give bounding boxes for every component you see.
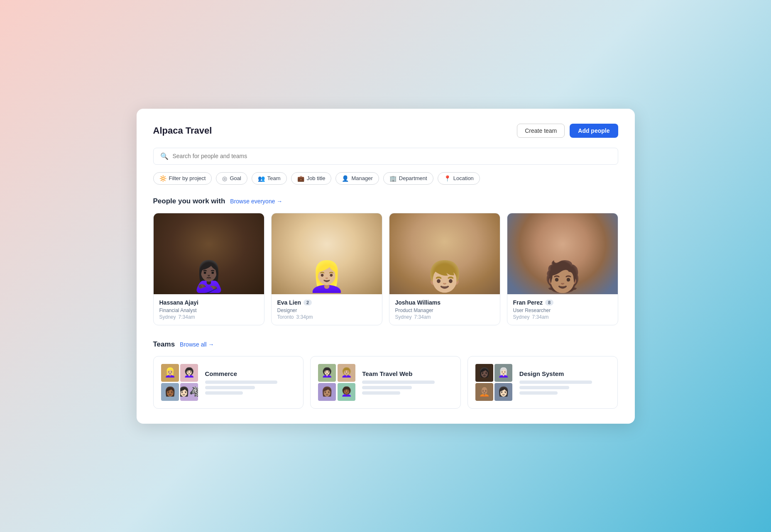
team-avatar: 👩🏻‍🦓	[180, 383, 198, 401]
header-actions: Create team Add people	[517, 124, 618, 138]
team-avatars: 👩🏿👩🏻‍🦳🧑🏽‍🦲👩🏻	[475, 364, 513, 401]
person-role: Product Manager	[395, 307, 494, 313]
chip-location[interactable]: 📍Location	[438, 172, 480, 185]
search-icon: 🔍	[160, 152, 169, 160]
search-input[interactable]	[173, 153, 611, 159]
location-icon: 📍	[444, 175, 451, 182]
chip-job-title[interactable]: 💼Job title	[291, 172, 332, 185]
filter-by-project-label: Filter by project	[169, 175, 206, 181]
person-role: User Researcher	[513, 307, 612, 313]
team-line	[362, 386, 412, 389]
person-name-row: Eva Lien2	[277, 299, 376, 306]
person-role: Financial Analyst	[159, 307, 258, 313]
team-avatar: 👩🏽	[318, 383, 336, 401]
team-avatar: 👩🏼‍🦱	[338, 364, 355, 382]
team-info: Team Travel Web	[362, 370, 453, 395]
person-location: Sydney7:34am	[513, 314, 612, 320]
location-label: Location	[453, 175, 474, 181]
chip-department[interactable]: 🏢Department	[383, 172, 433, 185]
people-section-title: People you work with	[153, 197, 225, 205]
location-name: Sydney	[395, 314, 412, 320]
person-info: Fran Perez8User ResearcherSydney7:34am	[507, 294, 618, 325]
team-avatar: 👩🏻‍🦳	[494, 364, 512, 382]
people-grid: 🙎🏿‍♀️Hassana AjayiFinancial AnalystSydne…	[153, 213, 618, 325]
job-title-label: Job title	[307, 175, 326, 181]
create-team-button[interactable]: Create team	[517, 124, 565, 138]
person-card[interactable]: 🙎🏿‍♀️Hassana AjayiFinancial AnalystSydne…	[153, 213, 264, 325]
team-line	[519, 381, 592, 384]
person-photo: 🧑🏽	[507, 213, 618, 294]
person-location: Toronto3:34pm	[277, 314, 376, 320]
location-name: Sydney	[159, 314, 176, 320]
team-description-lines	[362, 381, 453, 395]
team-avatar: 👱🏼‍♀️	[161, 364, 179, 382]
team-avatars: 👱🏼‍♀️👩🏻‍🦱👩🏾👩🏻‍🦓	[161, 364, 198, 401]
team-name: Team Travel Web	[362, 370, 453, 377]
local-time: 7:34am	[414, 314, 431, 320]
team-line	[362, 391, 400, 395]
team-card[interactable]: 👩🏻‍🦱👩🏼‍🦱👩🏽👩🏾‍🦱Team Travel Web	[310, 356, 461, 409]
person-photo: 🙎🏿‍♀️	[154, 213, 264, 294]
team-line	[519, 391, 558, 395]
team-line	[205, 381, 278, 384]
person-info: Joshua WilliamsProduct ManagerSydney7:34…	[389, 294, 500, 325]
manager-icon: 👤	[342, 175, 349, 182]
person-card[interactable]: 👦🏼Joshua WilliamsProduct ManagerSydney7:…	[389, 213, 500, 325]
person-name: Fran Perez	[513, 299, 543, 306]
local-time: 3:34pm	[296, 314, 313, 320]
teams-section-header: Teams Browse all →	[153, 340, 618, 349]
team-line	[205, 386, 255, 389]
team-avatars: 👩🏻‍🦱👩🏼‍🦱👩🏽👩🏾‍🦱	[318, 364, 355, 401]
chip-manager[interactable]: 👤Manager	[335, 172, 379, 185]
location-name: Toronto	[277, 314, 294, 320]
app-title: Alpaca Travel	[153, 125, 212, 136]
teams-section-title: Teams	[153, 340, 175, 349]
team-avatar: 👩🏾	[161, 383, 179, 401]
main-card: Alpaca Travel Create team Add people 🔍 🔆…	[137, 109, 635, 424]
department-icon: 🏢	[389, 175, 397, 182]
person-role: Designer	[277, 307, 376, 313]
chip-filter-by-project[interactable]: 🔆Filter by project	[153, 172, 212, 185]
filter-by-project-icon: 🔆	[159, 175, 166, 182]
browse-everyone-link[interactable]: Browse everyone →	[230, 198, 282, 205]
local-time: 7:34am	[532, 314, 549, 320]
person-card[interactable]: 🧑🏽Fran Perez8User ResearcherSydney7:34am	[507, 213, 618, 325]
team-icon: 👥	[258, 175, 265, 182]
person-name-row: Fran Perez8	[513, 299, 612, 306]
person-name: Eva Lien	[277, 299, 301, 306]
person-location: Sydney7:34am	[395, 314, 494, 320]
person-location: Sydney7:34am	[159, 314, 258, 320]
person-badge: 2	[304, 300, 312, 305]
job-title-icon: 💼	[297, 175, 304, 182]
person-photo: 👱🏼‍♀️	[272, 213, 382, 294]
goal-label: Goal	[230, 175, 241, 181]
team-card[interactable]: 👱🏼‍♀️👩🏻‍🦱👩🏾👩🏻‍🦓Commerce	[153, 356, 304, 409]
team-description-lines	[519, 381, 610, 395]
search-bar: 🔍	[153, 148, 618, 165]
person-photo: 👦🏼	[389, 213, 500, 294]
department-label: Department	[399, 175, 427, 181]
chip-team[interactable]: 👥Team	[252, 172, 287, 185]
person-info: Eva Lien2DesignerToronto3:34pm	[272, 294, 382, 325]
browse-all-teams-link[interactable]: Browse all →	[180, 341, 214, 348]
team-line	[205, 391, 243, 395]
team-name: Commerce	[205, 370, 296, 377]
person-name: Joshua Williams	[395, 299, 441, 306]
person-name-row: Hassana Ajayi	[159, 299, 258, 306]
person-card[interactable]: 👱🏼‍♀️Eva Lien2DesignerToronto3:34pm	[271, 213, 382, 325]
team-card[interactable]: 👩🏿👩🏻‍🦳🧑🏽‍🦲👩🏻Design System	[467, 356, 618, 409]
team-avatar: 👩🏻‍🦱	[318, 364, 336, 382]
goal-icon: ◎	[222, 175, 227, 182]
team-avatar: 👩🏻‍🦱	[180, 364, 198, 382]
team-label: Team	[267, 175, 281, 181]
local-time: 7:34am	[179, 314, 195, 320]
manager-label: Manager	[351, 175, 372, 181]
chip-goal[interactable]: ◎Goal	[216, 172, 247, 185]
team-avatar: 🧑🏽‍🦲	[475, 383, 493, 401]
person-badge: 8	[545, 300, 553, 305]
add-people-button[interactable]: Add people	[570, 124, 618, 138]
team-line	[519, 386, 569, 389]
team-avatar: 👩🏾‍🦱	[338, 383, 355, 401]
team-info: Commerce	[205, 370, 296, 395]
people-section-header: People you work with Browse everyone →	[153, 197, 618, 205]
